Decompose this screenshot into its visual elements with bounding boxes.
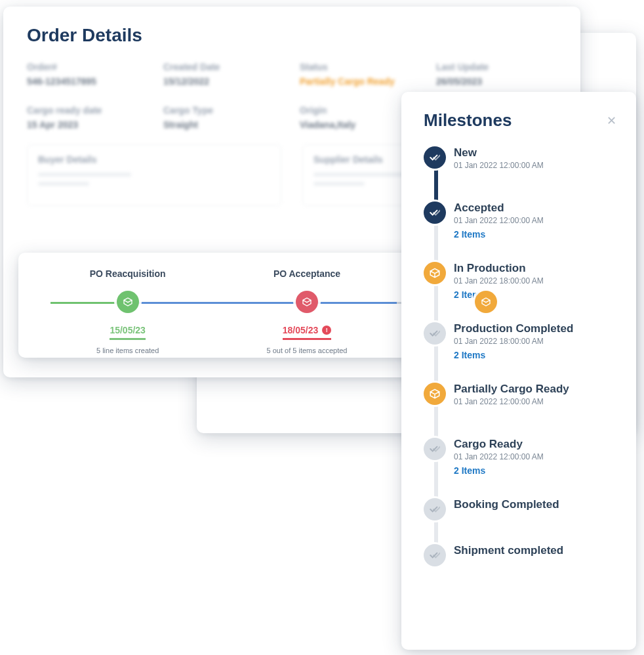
step-date: 18/05/23 ! xyxy=(283,325,332,340)
double-check-icon xyxy=(424,146,446,169)
milestone-title: Production Completed xyxy=(454,322,616,335)
milestone-item-booking-completed[interactable]: Booking Completed xyxy=(454,498,616,511)
step-note: 5 out of 5 items accepted xyxy=(217,347,396,354)
field-value: 15/12/2022 xyxy=(163,76,284,87)
field-value: 546-1234517895 xyxy=(27,76,148,87)
alert-badge-icon: ! xyxy=(322,326,331,335)
field-value: 15 Apr 2023 xyxy=(27,119,148,130)
double-check-icon xyxy=(424,322,446,345)
milestone-time: 01 Jan 2022 18:00:00 AM xyxy=(454,276,616,285)
step-title: PO Reacquisition xyxy=(38,268,217,279)
box-icon xyxy=(424,262,446,284)
double-check-icon xyxy=(424,201,446,224)
milestone-title: In Production xyxy=(454,262,616,275)
field-label: Cargo ready date xyxy=(27,105,148,116)
double-check-icon xyxy=(424,498,446,520)
milestone-title: Booking Completed xyxy=(454,498,616,511)
milestones-panel: Milestones ✕ New 01 Jan 2022 12:00:00 AM… xyxy=(401,92,636,650)
milestone-items-link[interactable]: 2 Items xyxy=(454,350,616,360)
milestone-item-production-completed[interactable]: Production Completed 01 Jan 2022 18:00:0… xyxy=(454,322,616,360)
placeholder-line xyxy=(313,173,407,177)
buyer-details-panel: Buyer Details xyxy=(27,144,281,206)
milestone-item-shipment-completed[interactable]: Shipment completed xyxy=(454,544,616,557)
field-label: Cargo Type xyxy=(163,105,284,116)
field-value: Partially Cargo Ready xyxy=(300,76,420,87)
step-note: 5 line items created xyxy=(38,347,217,354)
tracker-step-po-acceptance[interactable]: PO Acceptance 18/05/23 ! 5 out of 5 item… xyxy=(217,268,396,354)
field-last-update: Last Update 26/05/2023 xyxy=(436,62,557,87)
milestone-time: 01 Jan 2022 12:00:00 AM xyxy=(454,397,616,406)
field-label: Created Date xyxy=(163,62,284,72)
field-cargo-type: Cargo Type Straight xyxy=(163,105,284,130)
milestone-item-partially-cargo-ready[interactable]: Partially Cargo Ready 01 Jan 2022 12:00:… xyxy=(454,383,616,406)
milestone-item-accepted[interactable]: Accepted 01 Jan 2022 12:00:00 AM 2 Items xyxy=(454,201,616,240)
field-order-number: Order# 546-1234517895 xyxy=(27,62,148,87)
box-icon xyxy=(424,383,446,405)
field-cargo-ready-date: Cargo ready date 15 Apr 2023 xyxy=(27,105,148,130)
placeholder-line xyxy=(38,182,89,186)
field-value: Straight xyxy=(163,119,284,130)
close-icon[interactable]: ✕ xyxy=(607,114,616,128)
milestone-title: Accepted xyxy=(454,201,616,215)
milestones-title: Milestones xyxy=(424,110,512,131)
step-date: 15/05/23 xyxy=(110,325,146,340)
field-value: 26/05/2023 xyxy=(436,76,557,87)
panel-title: Buyer Details xyxy=(38,154,270,165)
field-label: Order# xyxy=(27,62,148,72)
placeholder-line xyxy=(313,182,365,186)
placeholder-line xyxy=(38,173,131,177)
double-check-icon xyxy=(424,544,446,566)
field-created-date: Created Date 15/12/2022 xyxy=(163,62,284,87)
field-label: Last Update xyxy=(436,62,557,72)
box-check-icon xyxy=(117,291,139,313)
milestone-title: New xyxy=(454,146,616,159)
milestone-time: 01 Jan 2022 12:00:00 AM xyxy=(454,216,616,225)
field-label: Status xyxy=(300,62,420,72)
page-title: Order Details xyxy=(27,25,557,46)
milestone-time: 01 Jan 2022 12:00:00 AM xyxy=(454,161,616,170)
box-icon xyxy=(296,291,318,313)
milestone-item-cargo-ready[interactable]: Cargo Ready 01 Jan 2022 12:00:00 AM 2 It… xyxy=(454,438,616,476)
milestone-item-new[interactable]: New 01 Jan 2022 12:00:00 AM xyxy=(454,146,616,170)
milestone-time: 01 Jan 2022 12:00:00 AM xyxy=(454,452,616,461)
milestone-title: Shipment completed xyxy=(454,544,616,557)
milestone-title: Partially Cargo Ready xyxy=(454,383,616,396)
field-status: Status Partially Cargo Ready xyxy=(300,62,420,87)
milestone-items-link[interactable]: 2 Items xyxy=(454,465,616,476)
milestone-items-link[interactable]: 2 Items xyxy=(454,229,616,240)
step-title: PO Acceptance xyxy=(217,268,396,279)
milestone-title: Cargo Ready xyxy=(454,438,616,451)
tracker-step-po-reacquisition[interactable]: PO Reacquisition 15/05/23 5 line items c… xyxy=(38,268,217,354)
milestones-timeline: New 01 Jan 2022 12:00:00 AM Accepted 01 … xyxy=(424,146,616,557)
milestone-time: 01 Jan 2022 18:00:00 AM xyxy=(454,337,616,346)
double-check-icon xyxy=(424,438,446,460)
